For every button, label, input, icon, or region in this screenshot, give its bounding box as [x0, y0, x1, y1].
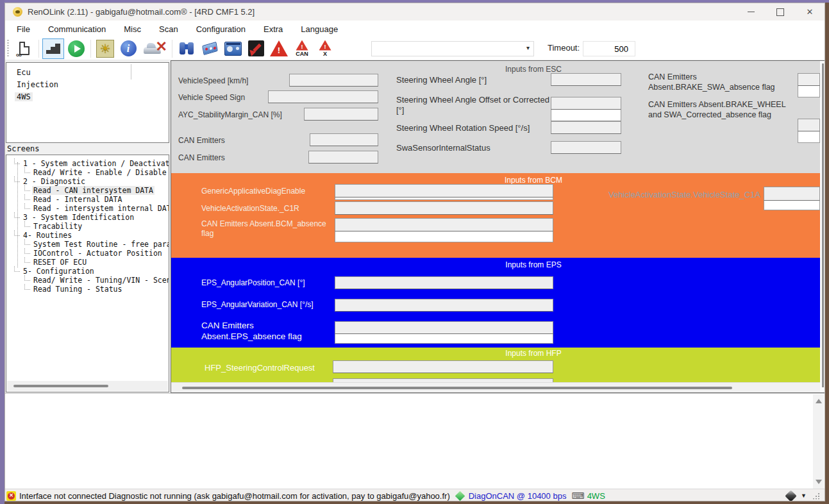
can-warning-button[interactable]: ! CAN — [291, 38, 313, 59]
play-icon — [68, 40, 85, 57]
tree-item[interactable]: 3 - System Identification — [6, 213, 169, 222]
value-field — [335, 321, 553, 334]
value-field — [289, 74, 378, 87]
window-title: RenOLink (2.11) - gabigafu@hotmail.com® … — [28, 7, 255, 17]
value-field — [333, 360, 553, 373]
gear-sun-icon: ☀ — [96, 40, 114, 58]
tree-connector-icon — [24, 194, 30, 200]
tree-hscroll-thumb[interactable] — [13, 385, 108, 387]
disconnect-button[interactable]: ✕ — [140, 38, 169, 59]
panel-vertical-scrollbar[interactable] — [820, 61, 825, 392]
obd-connector-button[interactable] — [199, 38, 221, 59]
panel-horizontal-scrollbar[interactable] — [171, 382, 820, 392]
menu-item[interactable]: Misc — [115, 24, 150, 34]
menu-item[interactable]: Extra — [255, 24, 292, 34]
section-inputs-from-eps: Inputs from EPS EPS_AngularPosition_CAN … — [171, 258, 820, 348]
toolbar-grip[interactable] — [7, 40, 9, 58]
value-field-extension — [798, 131, 820, 143]
value-field — [764, 187, 820, 201]
tree-item[interactable]: Read Tuning - Status — [6, 285, 169, 294]
desktop: RenOLink (2.11) - gabigafu@hotmail.com® … — [0, 0, 829, 504]
tree-item[interactable]: Read - intersystem internal DATA — [6, 204, 169, 213]
field-label: CAN Emitters Absent.BRAKE_SWA_absence fl… — [648, 72, 801, 92]
bcm-section-title: Inputs from BCM — [469, 176, 598, 185]
tree-item[interactable]: 5- Configuration — [6, 267, 169, 276]
can-warning-icon: ! CAN — [296, 40, 308, 57]
field-label: EPS_AngularVariation_CAN [°/s] — [201, 300, 314, 310]
tree-connector-icon — [24, 284, 30, 290]
run-button[interactable] — [65, 38, 87, 59]
can-error-icon: ! X — [319, 40, 331, 57]
tree-item[interactable]: Tracability — [6, 222, 169, 231]
resize-grip[interactable] — [812, 492, 819, 500]
ecu-list-divider — [131, 64, 131, 80]
tree-item[interactable]: 1 - System activation / Deactivation — [6, 159, 169, 168]
panel-vscroll-thumb[interactable] — [822, 63, 824, 387]
eps-section-title: Inputs from EPS — [469, 260, 598, 269]
scroll-up-icon[interactable] — [816, 399, 822, 403]
ecu-list-item[interactable]: Ecu — [6, 67, 169, 79]
field-label: Vehicle Speed Sign — [178, 93, 245, 103]
ecu-list-item[interactable]: 4WS — [6, 91, 169, 103]
info-icon: i — [121, 40, 137, 56]
value-field — [798, 73, 820, 86]
toolbar-combobox[interactable]: ▾ — [371, 41, 534, 56]
scroll-down-icon[interactable] — [816, 480, 822, 484]
menu-item[interactable]: Communication — [39, 24, 115, 34]
value-field-extension — [335, 197, 553, 200]
tree-item[interactable]: 2 - Diagnostic — [6, 177, 169, 186]
value-field — [335, 218, 553, 231]
value-field — [551, 97, 621, 110]
value-field — [304, 108, 378, 121]
toolbar-separator — [172, 40, 172, 58]
tree-item[interactable]: Read/ Write - Tuning/VIN - Scenario — [6, 276, 169, 285]
tree-item[interactable]: Read - CAN intersystem DATA — [6, 186, 169, 195]
info-button[interactable]: i — [117, 38, 139, 59]
field-label: AYC_StabilityMargin_CAN [%] — [178, 110, 282, 120]
not-connected-icon — [6, 491, 16, 501]
maximize-button[interactable] — [766, 3, 795, 21]
nav-diamond-icon[interactable] — [785, 490, 796, 501]
status-message: Interface not connected Diagnostic not r… — [19, 491, 450, 501]
steps-button[interactable] — [42, 38, 64, 59]
field-label: CAN Emitters — [178, 136, 225, 146]
warning-icon: ! — [270, 40, 288, 56]
value-field-extension — [764, 201, 820, 210]
tree-connector-icon — [14, 230, 20, 236]
log-vertical-scrollbar[interactable] — [813, 394, 824, 489]
statusbar: Interface not connected Diagnostic not r… — [5, 489, 825, 501]
tree-item[interactable]: 4- Routines — [6, 231, 169, 240]
settings-button[interactable]: ☀ — [94, 38, 116, 59]
timeout-label: Timeout: — [548, 43, 580, 53]
field-label: SwaSensorInternalStatus — [396, 143, 557, 153]
menu-item[interactable]: Scan — [150, 24, 187, 34]
menubar: FileCommunicationMiscScanConfigurationEx… — [5, 21, 825, 37]
toolbar-separator — [38, 40, 39, 58]
timeout-input[interactable] — [583, 41, 635, 56]
minimize-button[interactable] — [736, 3, 766, 21]
menu-item[interactable]: Configuration — [187, 24, 255, 34]
injector-button[interactable] — [245, 38, 267, 59]
tree-item[interactable]: IOControl - Actuator Position — [6, 249, 169, 258]
value-field — [798, 119, 820, 131]
field-label: CAN Emitters Absent.BCM_absence flag — [201, 219, 333, 239]
statusbar-dropdown-icon[interactable]: ▼ — [801, 492, 807, 499]
panel-hscroll-thumb[interactable] — [182, 387, 732, 389]
tree-horizontal-scrollbar[interactable] — [7, 381, 168, 391]
instrument-panel-button[interactable] — [222, 38, 244, 59]
field-label: GenericApplicativeDiagEnable — [201, 187, 305, 196]
close-button[interactable]: ✕ — [795, 3, 825, 21]
menu-item[interactable]: File — [8, 24, 39, 34]
new-file-button[interactable]: oo — [13, 38, 35, 59]
field-label: VehicleSpeed [km/h] — [178, 76, 248, 86]
tree-item[interactable]: Read - Internal DATA — [6, 195, 169, 204]
tree-item[interactable]: System Test Routine - free parameter — [6, 240, 169, 249]
ecu-list-item[interactable]: Injection — [6, 79, 169, 91]
tree-item[interactable]: RESET OF ECU — [6, 258, 169, 267]
tree-item[interactable]: Read/ Write - Enable / Disable Funct — [6, 168, 169, 177]
window-controls: ✕ — [736, 3, 825, 21]
menu-item[interactable]: Language — [292, 24, 347, 34]
can-error-button[interactable]: ! X — [314, 38, 336, 59]
search-button[interactable] — [176, 38, 197, 59]
warning-button[interactable]: ! — [268, 38, 290, 59]
